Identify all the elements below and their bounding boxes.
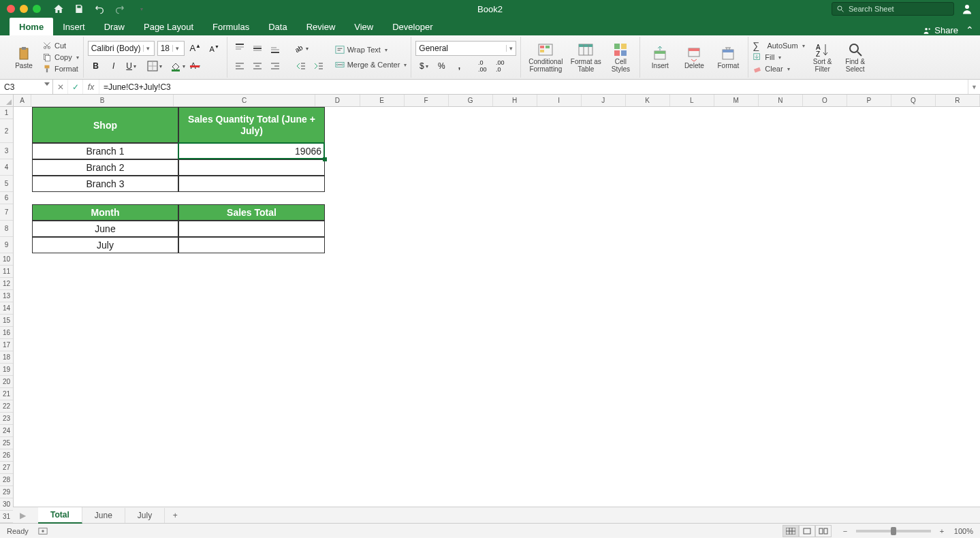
copy-button[interactable]: Copy▾	[42, 52, 79, 63]
collapse-ribbon-icon[interactable]: ⌃	[964, 25, 980, 35]
column-header[interactable]: I	[537, 95, 582, 106]
save-icon[interactable]	[74, 3, 84, 14]
row-header[interactable]: 25	[0, 437, 13, 449]
column-header[interactable]: D	[315, 95, 360, 106]
column-header[interactable]: J	[582, 95, 626, 106]
autosum-button[interactable]: ∑ AutoSum▾	[753, 41, 804, 51]
tab-view[interactable]: View	[345, 18, 383, 35]
align-top-icon[interactable]	[232, 41, 248, 56]
number-format-combo[interactable]: General▾	[415, 41, 516, 56]
cut-button[interactable]: Cut	[42, 41, 79, 51]
row-header[interactable]: 11	[0, 266, 13, 278]
find-select-button[interactable]: Find & Select	[840, 42, 870, 73]
row-header[interactable]: 20	[0, 376, 13, 388]
tab-page-layout[interactable]: Page Layout	[134, 18, 203, 35]
increase-decimal-icon[interactable]: .0.00	[474, 59, 490, 74]
row-header[interactable]: 8	[0, 221, 13, 237]
share-button[interactable]: Share	[916, 25, 964, 35]
expand-formula-bar-icon[interactable]: ▼	[968, 80, 980, 94]
column-header[interactable]: O	[803, 95, 847, 106]
merge-center-button[interactable]: Merge & Center▾	[335, 59, 407, 71]
zoom-out-button[interactable]: −	[840, 527, 851, 535]
row-header[interactable]: 19	[0, 364, 13, 376]
row-header[interactable]: 1	[0, 107, 13, 119]
delete-cells-button[interactable]: Delete	[678, 46, 710, 69]
table2-cell-total[interactable]	[178, 221, 325, 237]
fill-color-icon[interactable]	[170, 59, 186, 74]
column-header[interactable]: Q	[891, 95, 936, 106]
wrap-text-button[interactable]: Wrap Text▾	[335, 44, 407, 56]
sheet-nav-next-icon[interactable]: ▶	[15, 511, 30, 520]
select-all-corner[interactable]	[0, 95, 13, 107]
column-header[interactable]: N	[759, 95, 803, 106]
column-header[interactable]: L	[670, 95, 714, 106]
font-name-combo[interactable]: Calibri (Body)▾	[88, 41, 155, 56]
row-header[interactable]: 7	[0, 204, 13, 221]
accept-formula-icon[interactable]: ✓	[68, 80, 83, 94]
row-header[interactable]: 31	[0, 511, 13, 523]
percent-icon[interactable]: %	[433, 59, 449, 74]
column-header[interactable]: K	[626, 95, 670, 106]
paste-button[interactable]: Paste	[8, 46, 39, 69]
zoom-slider[interactable]	[856, 530, 931, 532]
conditional-formatting-button[interactable]: Conditional Formatting	[525, 42, 566, 73]
column-header[interactable]: P	[847, 95, 891, 106]
column-header[interactable]: H	[493, 95, 537, 106]
fill-button[interactable]: Fill▾	[753, 52, 804, 63]
italic-icon[interactable]: I	[106, 59, 122, 74]
column-header[interactable]: F	[405, 95, 449, 106]
search-sheet-box[interactable]: Search Sheet	[832, 2, 954, 16]
undo-icon[interactable]	[94, 3, 105, 14]
align-center-icon[interactable]	[249, 59, 266, 74]
align-right-icon[interactable]	[267, 59, 283, 74]
font-color-icon[interactable]: A	[187, 59, 204, 74]
row-header[interactable]: 3	[0, 143, 13, 159]
table2-header-total[interactable]: Sales Total	[178, 204, 325, 221]
maximize-window-button[interactable]	[33, 5, 41, 13]
tab-home[interactable]: Home	[10, 18, 53, 35]
row-header[interactable]: 22	[0, 400, 13, 413]
table1-header-shop[interactable]: Shop	[32, 107, 178, 143]
fx-icon[interactable]: fx	[83, 80, 99, 94]
sheet-tab-july[interactable]: July	[125, 508, 165, 523]
row-header[interactable]: 15	[0, 315, 13, 327]
column-header[interactable]: E	[360, 95, 405, 106]
column-header[interactable]: R	[936, 95, 980, 106]
row-header[interactable]: 28	[0, 474, 13, 486]
name-box[interactable]: C3	[0, 80, 53, 94]
cell-styles-button[interactable]: Cell Styles	[605, 42, 635, 73]
column-header[interactable]: B	[31, 95, 174, 106]
table1-cell-total[interactable]: 19066	[178, 143, 325, 159]
qat-dropdown-icon[interactable]: ▾	[136, 3, 147, 14]
cancel-formula-icon[interactable]: ✕	[53, 80, 68, 94]
tab-data[interactable]: Data	[259, 18, 296, 35]
column-header[interactable]: A	[14, 95, 31, 106]
table1-cell-shop[interactable]: Branch 3	[32, 176, 178, 192]
borders-icon[interactable]	[146, 59, 163, 74]
row-header[interactable]: 12	[0, 278, 13, 290]
table1-cell-total[interactable]	[178, 176, 325, 192]
row-header[interactable]: 6	[0, 192, 13, 204]
sheet-tab-june[interactable]: June	[82, 508, 125, 523]
row-header[interactable]: 26	[0, 449, 13, 462]
close-window-button[interactable]	[7, 5, 15, 13]
tab-insert[interactable]: Insert	[53, 18, 95, 35]
row-header[interactable]: 16	[0, 327, 13, 339]
account-icon[interactable]	[961, 3, 973, 15]
decrease-font-icon[interactable]: A▼	[206, 41, 223, 56]
orientation-icon[interactable]: ab	[293, 41, 309, 56]
row-header[interactable]: 29	[0, 486, 13, 498]
increase-font-icon[interactable]: A▲	[187, 41, 204, 56]
row-header[interactable]: 23	[0, 413, 13, 425]
clear-button[interactable]: Clear▾	[753, 64, 804, 74]
increase-indent-icon[interactable]	[311, 59, 327, 74]
bold-icon[interactable]: B	[88, 59, 104, 74]
row-header[interactable]: 4	[0, 159, 13, 176]
row-header[interactable]: 5	[0, 176, 13, 192]
sheet-tab-total[interactable]: Total	[38, 507, 82, 524]
page-break-view-icon[interactable]	[815, 525, 832, 537]
sort-filter-button[interactable]: AZSort & Filter	[808, 42, 838, 73]
page-layout-view-icon[interactable]	[799, 525, 815, 537]
row-header[interactable]: 30	[0, 498, 13, 511]
tab-developer[interactable]: Developer	[383, 18, 442, 35]
